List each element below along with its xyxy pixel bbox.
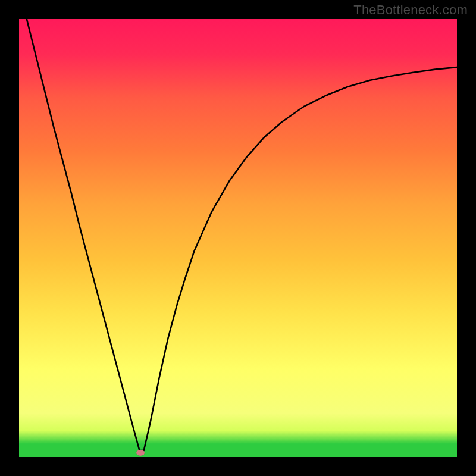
chart-frame: TheBottleneck.com bbox=[0, 0, 476, 476]
bottleneck-curve bbox=[19, 19, 457, 457]
plot-area bbox=[19, 19, 457, 457]
minimum-marker bbox=[136, 450, 145, 456]
watermark-text: TheBottleneck.com bbox=[353, 2, 468, 18]
